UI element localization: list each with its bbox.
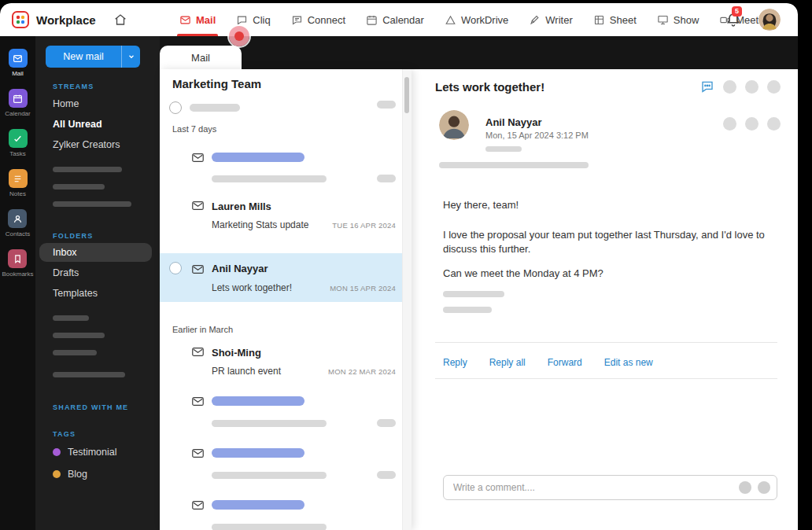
tag-item-blog[interactable]: Blog bbox=[35, 463, 160, 485]
workdrive-icon bbox=[445, 14, 456, 26]
message-row-anil-nayyar-selected[interactable]: Anil Nayyar Lets work together! MON 15 A… bbox=[160, 253, 412, 302]
reply-all-link[interactable]: Reply all bbox=[489, 357, 526, 368]
rail-item-bookmarks[interactable]: Bookmarks bbox=[2, 249, 33, 278]
user-avatar[interactable] bbox=[758, 9, 781, 31]
calendar-app-icon bbox=[9, 89, 28, 108]
skeleton-bar bbox=[212, 500, 304, 510]
envelope-icon bbox=[191, 263, 205, 276]
panels: Marketing Team Last 7 days bbox=[160, 69, 798, 530]
email-body: Hey there, team! I love the proposal you… bbox=[443, 198, 795, 281]
home-icon[interactable] bbox=[113, 13, 127, 27]
mail-list-title: Marketing Team bbox=[172, 77, 261, 90]
chevron-down-icon[interactable] bbox=[121, 46, 140, 68]
rail-item-notes[interactable]: Notes bbox=[9, 169, 28, 197]
topbar-right-cluster: 5 bbox=[725, 3, 781, 36]
comment-icon[interactable] bbox=[700, 79, 714, 94]
new-mail-button[interactable]: New mail bbox=[46, 46, 140, 68]
sender-name: Anil Nayyar bbox=[485, 116, 542, 128]
sheet-grid-icon bbox=[593, 14, 605, 26]
chat-icon bbox=[236, 14, 248, 26]
app-rail: Mail Calendar Tasks Notes Contacts Bookm… bbox=[0, 36, 35, 530]
sidebar-item-home[interactable]: Home bbox=[35, 94, 160, 114]
message-row-lauren-mills[interactable]: Lauren Mills Marketing Stats update TUE … bbox=[160, 193, 412, 239]
message-row-shoi-ming[interactable]: Shoi-Ming PR launch event MON 22 MAR 202… bbox=[160, 340, 412, 385]
reader-toolbar bbox=[700, 79, 781, 94]
message-action-circle[interactable] bbox=[767, 117, 781, 131]
select-all-row bbox=[169, 101, 240, 114]
skeleton-bar bbox=[212, 153, 304, 162]
skeleton-bar bbox=[485, 146, 522, 152]
reading-pane: Lets work together! Anil Nayyar Mon, 15 … bbox=[412, 69, 798, 530]
divider bbox=[435, 342, 777, 343]
message-date: MON 22 MAR 2024 bbox=[328, 367, 396, 376]
message-action-circle[interactable] bbox=[723, 117, 736, 131]
rail-item-tasks[interactable]: Tasks bbox=[9, 129, 28, 157]
reply-link[interactable]: Reply bbox=[443, 357, 467, 368]
skeleton-bar bbox=[212, 472, 327, 479]
sidebar-item-templates[interactable]: Templates bbox=[35, 283, 160, 304]
speech-bubble-icon bbox=[291, 14, 303, 26]
comment-input[interactable] bbox=[444, 482, 739, 493]
envelope-icon bbox=[191, 151, 205, 164]
skeleton-bar bbox=[53, 201, 131, 207]
scrollbar-thumb[interactable] bbox=[404, 77, 409, 113]
nav-item-writer[interactable]: Writer bbox=[529, 3, 572, 36]
contacts-app-icon bbox=[8, 209, 27, 228]
skeleton-bar bbox=[212, 175, 327, 182]
skeleton-bar bbox=[377, 471, 396, 479]
skeleton-bar bbox=[53, 333, 105, 338]
presentation-icon bbox=[657, 14, 669, 26]
zoho-logo-icon[interactable] bbox=[11, 10, 30, 29]
section-header-folders: FOLDERS bbox=[53, 232, 160, 240]
rail-item-calendar[interactable]: Calendar bbox=[5, 89, 30, 117]
message-date: MON 15 APR 2024 bbox=[330, 284, 396, 293]
section-header-shared-with-me: SHARED WITH ME bbox=[53, 403, 160, 411]
mail-icon bbox=[179, 14, 191, 26]
main-area: Mail Calendar Tasks Notes Contacts Bookm… bbox=[0, 36, 798, 530]
tab-mail[interactable]: Mail bbox=[160, 46, 242, 69]
sidebar-item-inbox[interactable]: Inbox bbox=[39, 243, 152, 262]
nav-item-workdrive[interactable]: WorkDrive bbox=[445, 3, 508, 36]
notification-bell-icon[interactable]: 5 bbox=[725, 12, 741, 28]
skeleton-bar bbox=[443, 291, 504, 297]
app-switcher-nav: Mail Cliq Connect Calendar WorkDrive Wri… bbox=[179, 3, 773, 36]
nav-item-connect[interactable]: Connect bbox=[291, 3, 345, 36]
message-date: TUE 16 APR 2024 bbox=[332, 221, 396, 230]
skeleton-bar bbox=[53, 167, 122, 172]
tag-color-dot bbox=[53, 470, 61, 478]
nav-item-show[interactable]: Show bbox=[657, 3, 699, 36]
tag-item-testimonial[interactable]: Testimonial bbox=[35, 441, 160, 463]
envelope-icon bbox=[191, 395, 205, 408]
envelope-icon bbox=[191, 199, 205, 212]
divider bbox=[435, 378, 777, 379]
comment-attach-circle[interactable] bbox=[739, 481, 751, 494]
scrollbar-track[interactable] bbox=[402, 69, 412, 530]
nav-item-sheet[interactable]: Sheet bbox=[593, 3, 637, 36]
nav-item-calendar[interactable]: Calendar bbox=[366, 3, 424, 36]
mail-sidebar: New mail STREAMS Home All Unread Zylker … bbox=[35, 36, 160, 530]
nav-item-mail[interactable]: Mail bbox=[179, 3, 216, 36]
section-header-streams: STREAMS bbox=[53, 83, 160, 90]
sidebar-item-drafts[interactable]: Drafts bbox=[35, 263, 160, 283]
message-radio[interactable] bbox=[169, 262, 182, 274]
toolbar-action-circle[interactable] bbox=[745, 80, 758, 94]
message-action-circle[interactable] bbox=[745, 117, 758, 131]
tab-strip: Mail bbox=[160, 36, 798, 69]
toolbar-action-circle[interactable] bbox=[767, 80, 781, 94]
skeleton-bar bbox=[212, 420, 327, 427]
select-all-radio[interactable] bbox=[169, 101, 182, 114]
skeleton-bar bbox=[212, 524, 327, 530]
rail-item-contacts[interactable]: Contacts bbox=[6, 209, 31, 237]
sidebar-item-zylker-creators[interactable]: Zylker Creators bbox=[35, 134, 160, 155]
bookmarks-app-icon bbox=[8, 249, 27, 268]
rail-item-mail[interactable]: Mail bbox=[9, 49, 28, 77]
email-subject: Lets work together! bbox=[435, 80, 544, 94]
edit-as-new-link[interactable]: Edit as new bbox=[604, 357, 653, 368]
sidebar-item-all-unread[interactable]: All Unread bbox=[35, 114, 160, 134]
mail-app-icon bbox=[9, 49, 28, 68]
comment-send-circle[interactable] bbox=[758, 481, 770, 494]
sent-timestamp: Mon, 15 Apr 2024 3:12 PM bbox=[485, 131, 589, 140]
forward-link[interactable]: Forward bbox=[548, 357, 582, 368]
toolbar-action-circle[interactable] bbox=[723, 80, 736, 94]
comment-box bbox=[443, 475, 777, 500]
